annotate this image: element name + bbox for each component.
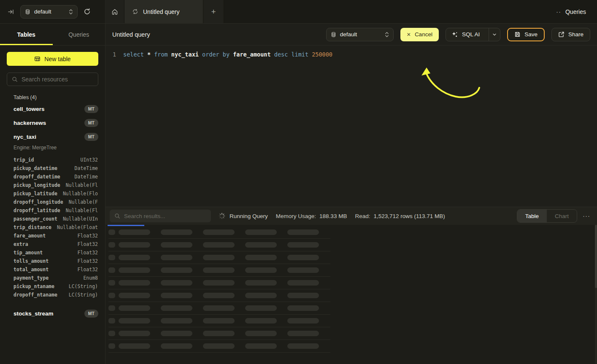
read-stats: Read: 1,523,712 rows (113.71 MB) xyxy=(355,213,445,219)
nyc-taxi-columns: trip_id UInt32 pickup_datetime DateTime … xyxy=(0,155,105,302)
column-type: Float32 xyxy=(78,265,98,274)
sidebar-tabs: Tables Queries xyxy=(0,24,105,46)
skeleton-row xyxy=(108,226,330,239)
column-row[interactable]: trip_distance Nullable(Float xyxy=(14,223,98,232)
column-row[interactable]: tolls_amount Float32 xyxy=(14,257,98,265)
column-row[interactable]: dropoff_latitude Nullable(Fl xyxy=(14,206,98,215)
column-row[interactable]: pickup_datetime DateTime xyxy=(14,164,98,173)
column-name: dropoff_ntaname xyxy=(14,291,57,299)
column-type: DateTime xyxy=(75,173,98,181)
queries-link[interactable]: ·· Queries xyxy=(556,0,597,23)
toggle-chart[interactable]: Chart xyxy=(547,210,577,222)
engine-badge: MT xyxy=(84,119,98,127)
column-row[interactable]: pickup_longitude Nullable(Fl xyxy=(14,181,98,189)
database-icon xyxy=(331,32,336,38)
column-row[interactable]: fare_amount Float32 xyxy=(14,232,98,240)
skeleton-row xyxy=(108,327,330,340)
sidebar-tab-tables[interactable]: Tables xyxy=(0,24,53,45)
table-item-cell-towers[interactable]: cell_towers MT xyxy=(0,102,105,116)
column-type: LC(String) xyxy=(69,291,98,299)
sql-line-1: 1 select * from nyc_taxi order by fare_a… xyxy=(105,50,597,59)
table-item-hackernews[interactable]: hackernews MT xyxy=(0,116,105,130)
memory-usage: Memory Usage: 188.33 MB xyxy=(276,213,347,219)
sql-editor[interactable]: 1 select * from nyc_taxi order by fare_a… xyxy=(105,46,597,207)
column-row[interactable]: trip_id UInt32 xyxy=(14,156,98,164)
column-row[interactable]: tip_amount Float32 xyxy=(14,248,98,257)
results-body xyxy=(105,225,597,364)
query-header: Untitled query default ✕ Cancel xyxy=(105,24,597,46)
column-row[interactable]: extra Float32 xyxy=(14,240,98,248)
column-row[interactable]: payment_type Enum8 xyxy=(14,274,98,282)
sql-ai-dropdown[interactable] xyxy=(489,28,500,41)
save-label: Save xyxy=(524,31,538,38)
refresh-icon[interactable] xyxy=(84,8,91,15)
table-grid-icon xyxy=(34,56,41,62)
more-options-button[interactable]: ··· xyxy=(583,215,590,217)
column-row[interactable]: dropoff_ntaname LC(String) xyxy=(14,291,98,299)
column-type: Float32 xyxy=(78,240,98,248)
column-name: pickup_latitude xyxy=(14,189,57,198)
cancel-button[interactable]: ✕ Cancel xyxy=(400,28,439,41)
toggle-table[interactable]: Table xyxy=(517,210,547,222)
sql-code: select * from nyc_taxi order by fare_amo… xyxy=(123,50,332,59)
query-database-selector[interactable]: default xyxy=(326,28,394,41)
skeleton-row xyxy=(108,340,330,353)
share-button[interactable]: Share xyxy=(551,28,590,41)
column-row[interactable]: dropoff_longitude Nullable(F xyxy=(14,198,98,206)
database-icon xyxy=(25,9,30,15)
share-label: Share xyxy=(568,31,583,38)
collapse-sidebar-icon[interactable] xyxy=(8,8,14,15)
cancel-label: Cancel xyxy=(415,31,432,38)
sidebar-tab-queries[interactable]: Queries xyxy=(53,24,105,45)
column-name: payment_type xyxy=(14,274,49,282)
new-tab-button[interactable]: + xyxy=(203,0,224,23)
column-name: pickup_longitude xyxy=(14,181,60,189)
loading-spinner-icon xyxy=(219,213,225,219)
queue-dots-icon: ·· xyxy=(556,10,561,13)
scrollbar-thumb[interactable] xyxy=(595,225,597,288)
database-selector[interactable]: default xyxy=(20,5,78,19)
column-name: pickup_ntaname xyxy=(14,282,54,291)
tab-untitled-query[interactable]: Untitled query xyxy=(124,0,203,23)
column-type: Nullable(F xyxy=(69,198,98,206)
sql-ai-label: SQL AI xyxy=(462,31,480,38)
table-item-nyc-taxi[interactable]: nyc_taxi MT xyxy=(0,130,105,144)
column-row[interactable]: pickup_ntaname LC(String) xyxy=(14,282,98,291)
view-toggle: Table Chart xyxy=(517,209,577,223)
skeleton-row xyxy=(108,302,330,315)
top-bar: default Untitled query + ·· Queries xyxy=(0,0,597,24)
sidebar: Tables Queries New table Tables (4) cell… xyxy=(0,24,105,364)
home-tab[interactable] xyxy=(105,0,124,23)
table-item-stocks-stream[interactable]: stocks_stream MT xyxy=(0,307,105,321)
new-table-button[interactable]: New table xyxy=(7,52,98,66)
skeleton-row xyxy=(108,264,330,277)
query-status: Running Query xyxy=(230,213,268,219)
table-name: stocks_stream xyxy=(14,310,54,317)
column-row[interactable]: pickup_latitude Nullable(Flo xyxy=(14,189,98,198)
sql-ai-button[interactable]: SQL AI xyxy=(446,28,500,41)
results-toolbar: Running Query Memory Usage: 188.33 MB Re… xyxy=(105,207,597,225)
save-icon xyxy=(514,31,521,38)
results-panel: Running Query Memory Usage: 188.33 MB Re… xyxy=(105,207,597,364)
results-scrollbar[interactable] xyxy=(595,225,597,364)
engine-badge: MT xyxy=(84,133,98,141)
skeleton-row xyxy=(108,239,330,251)
column-name: trip_id xyxy=(14,156,34,164)
skeleton-row xyxy=(108,251,330,264)
column-row[interactable]: passenger_count Nullable(UIn xyxy=(14,215,98,223)
queries-link-label: Queries xyxy=(565,8,586,15)
query-workspace: Untitled query default ✕ Cancel xyxy=(105,24,597,364)
column-name: fare_amount xyxy=(14,232,46,240)
resource-search-input[interactable] xyxy=(22,76,98,83)
line-number: 1 xyxy=(105,50,123,59)
column-row[interactable]: total_amount Float32 xyxy=(14,265,98,274)
skeleton-row xyxy=(108,289,330,302)
results-search-input[interactable] xyxy=(124,213,206,219)
resource-search xyxy=(7,73,98,86)
results-search xyxy=(110,210,211,222)
save-button[interactable]: Save xyxy=(507,28,545,41)
memory-usage-value: 188.33 MB xyxy=(319,213,347,219)
share-icon xyxy=(558,31,565,38)
column-row[interactable]: dropoff_datetime DateTime xyxy=(14,173,98,181)
sql-ai-main[interactable]: SQL AI xyxy=(446,28,485,41)
